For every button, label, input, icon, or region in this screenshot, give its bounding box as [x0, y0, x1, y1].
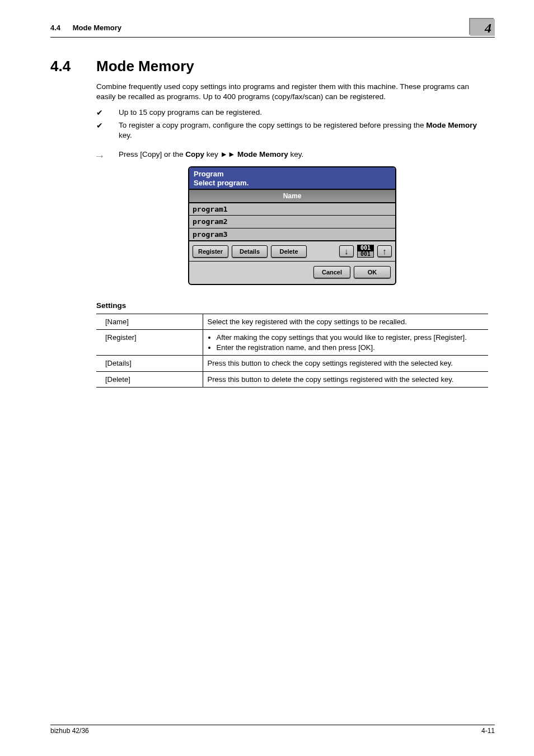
settings-val: Press this button to check the copy sett…: [203, 356, 488, 372]
lcd-button-row: Register Details Delete ↓ 001 001 ↑: [189, 241, 395, 262]
lcd-row[interactable]: program2: [189, 216, 395, 228]
footer-left: bizhub 42/36: [50, 727, 89, 735]
cancel-button[interactable]: Cancel: [313, 266, 350, 278]
settings-val: After making the copy settings that you …: [203, 330, 488, 356]
delete-button[interactable]: Delete: [271, 245, 307, 258]
check-list: Up to 15 copy programs can be registered…: [96, 108, 488, 141]
lcd-screenshot: Program Select program. Name program1 pr…: [188, 166, 396, 285]
arrow-instruction: Press [Copy] or the Copy key ►► Mode Mem…: [96, 150, 488, 160]
settings-val: Select the key registered with the copy …: [203, 314, 488, 330]
lcd-row[interactable]: program3: [189, 228, 395, 241]
section-heading: 4.4 Mode Memory: [50, 58, 495, 75]
settings-title: Settings: [96, 301, 488, 311]
table-row: [Name] Select the key registered with th…: [96, 314, 488, 330]
settings-key: [Register]: [96, 330, 203, 356]
check-item: Up to 15 copy programs can be registered…: [96, 108, 488, 118]
settings-table: [Name] Select the key registered with th…: [96, 314, 488, 388]
details-button[interactable]: Details: [232, 245, 268, 258]
table-row: [Details] Press this button to check the…: [96, 356, 488, 372]
up-arrow-button[interactable]: ↑: [377, 245, 392, 257]
settings-key: [Name]: [96, 314, 203, 330]
chapter-number: 4: [485, 21, 491, 36]
page-indicator: 001 001: [357, 245, 374, 258]
running-header-left: 4.4 Mode Memory: [50, 24, 132, 32]
settings-key: [Delete]: [96, 371, 203, 388]
down-arrow-button[interactable]: ↓: [339, 245, 354, 257]
intro-paragraph: Combine frequently used copy settings in…: [96, 82, 488, 102]
lcd-title: Program Select program.: [189, 167, 395, 188]
lcd-row[interactable]: program1: [189, 203, 395, 216]
footer-right: 4-11: [481, 727, 495, 735]
chapter-badge: 4: [470, 19, 495, 36]
table-row: [Register] After making the copy setting…: [96, 330, 488, 356]
lcd-rows: program1 program2 program3: [189, 202, 395, 242]
section-number: 4.4: [50, 58, 96, 75]
table-row: [Delete] Press this button to delete the…: [96, 371, 488, 388]
settings-val: Press this button to delete the copy set…: [203, 371, 488, 388]
running-header: 4.4 Mode Memory 4: [50, 19, 495, 38]
header-section-num: 4.4: [50, 24, 60, 32]
check-item: To register a copy program, configure th…: [96, 120, 488, 141]
section-title: Mode Memory: [96, 58, 194, 75]
lcd-footer: Cancel OK: [189, 262, 395, 284]
page-footer: bizhub 42/36 4-11: [50, 725, 495, 735]
header-section-name: Mode Memory: [73, 24, 121, 32]
ok-button[interactable]: OK: [354, 266, 391, 278]
lcd-name-header: Name: [189, 189, 395, 202]
register-button[interactable]: Register: [193, 245, 228, 258]
settings-key: [Details]: [96, 356, 203, 372]
